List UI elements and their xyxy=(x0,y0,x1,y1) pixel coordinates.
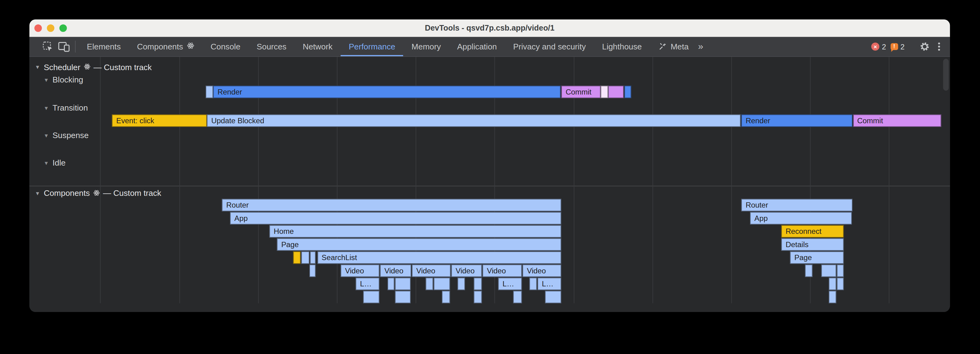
flame-bar-event-click[interactable]: Event: click xyxy=(112,114,207,126)
flame-bar-video[interactable]: Video xyxy=(522,264,561,276)
vertical-scrollbar-thumb[interactable] xyxy=(943,58,949,90)
tab-lighthouse[interactable]: Lighthouse xyxy=(594,37,650,56)
flame-bar-app[interactable]: App xyxy=(230,212,561,224)
tab-components[interactable]: Components xyxy=(129,37,202,56)
collapse-arrow-icon[interactable]: ▼ xyxy=(43,160,49,166)
flame-bar[interactable] xyxy=(474,277,482,290)
window-title: DevTools - qsvd7p.csb.app/video/1 xyxy=(29,19,950,37)
flame-bar[interactable] xyxy=(388,277,394,290)
flame-bar[interactable] xyxy=(513,290,522,303)
devtools-toolbar: Elements Components Console Sources Netw… xyxy=(29,37,950,57)
flame-bar-render[interactable]: Render xyxy=(741,114,853,126)
flame-bar-page[interactable]: Page xyxy=(790,251,844,263)
flame-bar[interactable] xyxy=(434,277,450,290)
console-warnings-badge[interactable]: ! 2 xyxy=(891,42,905,51)
flame-bar[interactable] xyxy=(624,86,631,98)
flame-bar-video[interactable]: Video xyxy=(380,264,411,276)
flame-bar-l[interactable]: L… xyxy=(498,277,522,290)
flame-bar-router[interactable]: Router xyxy=(741,199,853,211)
gridline xyxy=(889,57,889,303)
tab-performance[interactable]: Performance xyxy=(340,37,403,56)
settings-gear-icon[interactable] xyxy=(918,39,932,54)
error-icon: × xyxy=(871,43,879,51)
flame-bar[interactable] xyxy=(837,264,843,276)
react-atom-icon xyxy=(93,187,100,198)
flame-bar-l[interactable]: L… xyxy=(356,277,379,290)
flame-bar[interactable] xyxy=(545,290,561,303)
flame-bar[interactable] xyxy=(363,290,379,303)
flame-bar-video[interactable]: Video xyxy=(412,264,451,276)
flame-bar[interactable] xyxy=(395,290,410,303)
flame-bar[interactable] xyxy=(829,290,836,303)
tab-memory[interactable]: Memory xyxy=(404,37,449,56)
flame-bar-video[interactable]: Video xyxy=(483,264,522,276)
tab-elements[interactable]: Elements xyxy=(79,37,129,56)
collapse-arrow-icon[interactable]: ▼ xyxy=(34,190,40,196)
flame-bar[interactable] xyxy=(301,251,309,263)
tab-network[interactable]: Network xyxy=(294,37,340,56)
collapse-arrow-icon[interactable]: ▼ xyxy=(34,64,40,70)
components-track-header: ▼ Components — Custom track xyxy=(34,188,161,197)
flame-bar-render[interactable]: Render xyxy=(213,86,560,98)
flame-bar-video[interactable]: Video xyxy=(451,264,482,276)
flame-bar[interactable] xyxy=(426,277,433,290)
warning-count: 2 xyxy=(900,42,905,51)
flame-bar-video[interactable]: Video xyxy=(340,264,379,276)
flame-bar[interactable] xyxy=(608,86,624,98)
flame-bar[interactable] xyxy=(293,251,301,263)
flame-bar[interactable] xyxy=(310,251,315,263)
flame-bar[interactable] xyxy=(395,277,410,290)
tools-icon xyxy=(658,43,667,51)
collapse-arrow-icon[interactable]: ▼ xyxy=(43,105,49,111)
gridline xyxy=(179,57,180,303)
gridline xyxy=(652,57,653,303)
error-count: 2 xyxy=(882,42,886,51)
tab-sources[interactable]: Sources xyxy=(248,37,294,56)
tab-application[interactable]: Application xyxy=(449,37,505,56)
flame-bar[interactable] xyxy=(821,264,837,276)
flame-bar[interactable] xyxy=(837,277,843,290)
flame-bar-searchlist[interactable]: SearchList xyxy=(317,251,561,263)
gridline xyxy=(731,57,732,303)
flame-bar-details[interactable]: Details xyxy=(781,238,843,250)
screen: DevTools - qsvd7p.csb.app/video/1 Elemen… xyxy=(0,0,980,354)
track-separator xyxy=(29,185,950,186)
flame-bar[interactable] xyxy=(309,264,315,276)
toolbar-divider xyxy=(75,41,76,53)
flame-bar[interactable] xyxy=(829,277,836,290)
flame-bar-page[interactable]: Page xyxy=(277,238,561,250)
flame-bar-app[interactable]: App xyxy=(750,212,852,224)
scheduler-track-header: ▼ Scheduler — Custom track xyxy=(34,62,151,71)
more-tabs-icon[interactable]: » xyxy=(697,41,707,53)
console-errors-badge[interactable]: × 2 xyxy=(871,42,886,51)
flame-bar[interactable] xyxy=(530,277,537,290)
inspect-element-icon[interactable] xyxy=(41,39,55,54)
warning-icon: ! xyxy=(891,43,898,50)
flame-bar-reconnect[interactable]: Reconnect xyxy=(781,225,843,237)
device-toolbar-icon[interactable] xyxy=(57,39,71,54)
collapse-arrow-icon[interactable]: ▼ xyxy=(43,77,49,83)
lane-label-transition: ▼ Transition xyxy=(43,104,88,112)
flame-bar-update-blocked[interactable]: Update Blocked xyxy=(207,114,741,126)
flame-bar[interactable] xyxy=(442,290,450,303)
lane-label-blocking: ▼ Blocking xyxy=(43,75,83,84)
collapse-arrow-icon[interactable]: ▼ xyxy=(43,132,49,139)
lane-label-suspense: ▼ Suspense xyxy=(43,131,89,140)
more-options-icon[interactable] xyxy=(936,43,942,50)
react-atom-icon xyxy=(83,61,90,72)
flame-bar[interactable] xyxy=(805,264,812,276)
tab-privacy-and-security[interactable]: Privacy and security xyxy=(505,37,594,56)
flame-bar[interactable] xyxy=(458,277,465,290)
title-bar: DevTools - qsvd7p.csb.app/video/1 xyxy=(29,19,950,37)
flame-bar-commit[interactable]: Commit xyxy=(853,114,941,126)
flame-bar-l[interactable]: L… xyxy=(538,277,561,290)
performance-track-canvas[interactable]: ▼ Scheduler — Custom track ▼ Blocking ▼ … xyxy=(29,57,950,312)
tab-console[interactable]: Console xyxy=(202,37,248,56)
tab-meta[interactable]: Meta xyxy=(650,37,697,56)
flame-bar[interactable] xyxy=(206,86,213,98)
flame-bar[interactable] xyxy=(601,86,608,98)
flame-bar-router[interactable]: Router xyxy=(222,199,561,211)
flame-bar-home[interactable]: Home xyxy=(269,225,561,237)
flame-bar-commit[interactable]: Commit xyxy=(561,86,601,98)
flame-bar[interactable] xyxy=(474,290,482,303)
